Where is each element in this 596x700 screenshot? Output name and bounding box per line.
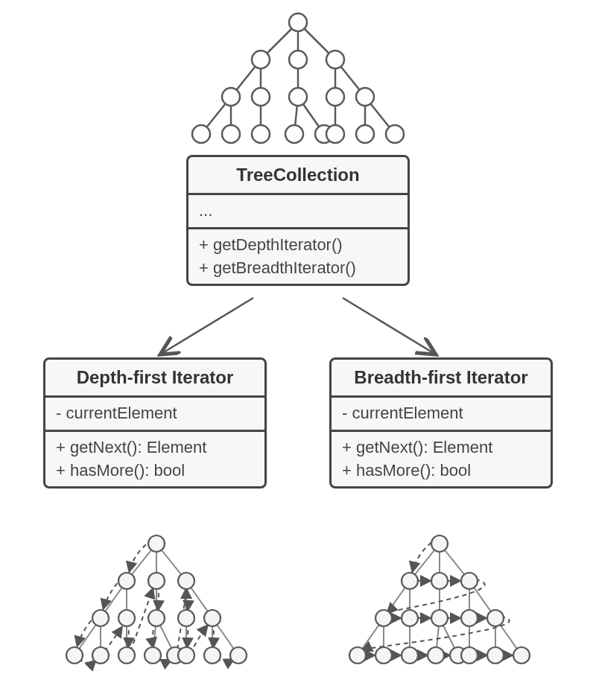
- svg-point-95: [375, 647, 392, 664]
- svg-point-61: [66, 647, 83, 664]
- svg-point-64: [145, 647, 161, 664]
- svg-point-68: [230, 647, 247, 664]
- top-tree-graphic: [0, 0, 596, 149]
- class-title: Depth-first Iterator: [45, 360, 264, 395]
- svg-point-18: [289, 51, 307, 69]
- svg-point-54: [148, 573, 165, 589]
- class-box-breadth-iterator: Breadth-first Iterator - currentElement …: [329, 357, 553, 489]
- svg-point-19: [326, 51, 344, 69]
- svg-point-101: [513, 647, 530, 664]
- field-text: - currentElement: [56, 402, 254, 425]
- svg-point-100: [487, 647, 504, 664]
- field-text: - currentElement: [342, 402, 540, 425]
- svg-line-35: [343, 298, 436, 354]
- class-methods: + getDepthIterator() + getBreadthIterato…: [188, 229, 408, 284]
- svg-point-60: [204, 610, 221, 626]
- svg-point-91: [431, 610, 448, 626]
- svg-point-96: [402, 647, 418, 664]
- method-text: + getNext(): Element: [342, 436, 540, 459]
- svg-point-56: [92, 610, 109, 626]
- class-title: TreeCollection: [188, 157, 408, 193]
- svg-point-26: [222, 125, 240, 143]
- svg-point-67: [204, 647, 221, 664]
- diagram-canvas: TreeCollection ... + getDepthIterator() …: [0, 0, 596, 700]
- method-text: + hasMore(): bool: [342, 459, 540, 483]
- svg-point-87: [431, 573, 448, 589]
- svg-point-24: [356, 88, 374, 106]
- svg-point-85: [431, 535, 448, 552]
- method-text: + getDepthIterator(): [199, 234, 397, 257]
- svg-point-25: [192, 125, 210, 143]
- svg-point-32: [386, 125, 404, 143]
- class-fields: - currentElement: [45, 398, 264, 430]
- depth-tree-graphic: [15, 521, 298, 700]
- svg-point-22: [289, 88, 307, 106]
- svg-point-58: [148, 610, 165, 626]
- svg-line-34: [160, 298, 253, 354]
- class-methods: + getNext(): Element + hasMore(): bool: [45, 432, 264, 487]
- svg-point-53: [118, 573, 135, 589]
- method-text: + hasMore(): bool: [56, 459, 254, 483]
- method-text: + getBreadthIterator(): [199, 257, 397, 280]
- svg-point-31: [356, 125, 374, 143]
- svg-point-20: [222, 88, 240, 106]
- class-box-depth-iterator: Depth-first Iterator - currentElement + …: [43, 357, 267, 489]
- class-methods: + getNext(): Element + hasMore(): bool: [332, 432, 551, 487]
- breadth-tree-graphic: [298, 521, 581, 700]
- svg-point-93: [487, 610, 504, 626]
- svg-point-89: [375, 610, 392, 626]
- svg-point-55: [178, 573, 194, 589]
- svg-point-90: [402, 610, 418, 626]
- svg-point-62: [92, 647, 109, 664]
- class-fields: - currentElement: [332, 398, 551, 430]
- svg-point-63: [118, 647, 135, 664]
- svg-point-52: [148, 535, 165, 552]
- class-fields: ...: [188, 195, 408, 227]
- svg-point-99: [461, 647, 478, 664]
- method-text: + getNext(): Element: [56, 436, 254, 459]
- field-text: ...: [199, 200, 397, 223]
- svg-point-86: [402, 573, 418, 589]
- svg-point-27: [252, 125, 270, 143]
- svg-point-28: [285, 125, 303, 143]
- svg-point-66: [178, 647, 194, 664]
- svg-point-17: [252, 51, 270, 69]
- svg-point-21: [252, 88, 270, 106]
- class-title: Breadth-first Iterator: [332, 360, 551, 395]
- svg-point-23: [326, 88, 344, 106]
- svg-point-33: [326, 125, 344, 143]
- class-box-treecollection: TreeCollection ... + getDepthIterator() …: [186, 155, 410, 286]
- svg-point-92: [461, 610, 478, 626]
- svg-point-59: [178, 610, 194, 626]
- svg-point-97: [428, 647, 444, 664]
- svg-point-88: [461, 573, 478, 589]
- svg-point-94: [349, 647, 366, 664]
- svg-point-57: [118, 610, 135, 626]
- svg-point-16: [289, 13, 307, 31]
